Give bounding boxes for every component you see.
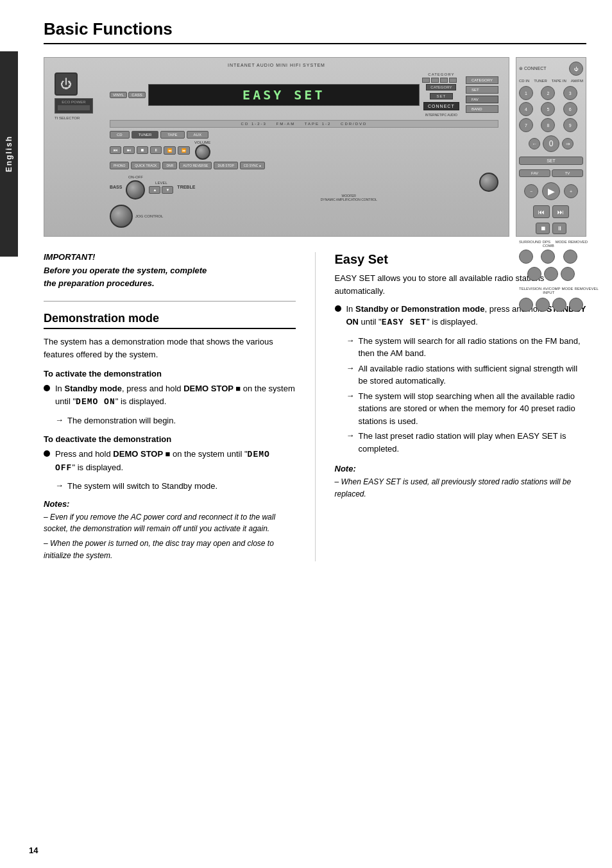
remote-s1[interactable] xyxy=(519,250,533,264)
remote-s3[interactable] xyxy=(563,250,577,264)
on-off-knob[interactable] xyxy=(126,180,145,200)
remote-stop-btn[interactable]: ⏹ xyxy=(536,223,550,234)
easy-set-arrow-4: → The last preset radio station will pla… xyxy=(346,430,587,455)
remote-b1[interactable] xyxy=(527,267,541,281)
fav-btn[interactable]: FAV xyxy=(466,96,498,103)
remote-btn-1[interactable]: 1 xyxy=(519,86,533,100)
dnr-btn[interactable]: DNR xyxy=(162,162,177,169)
category-btn-right[interactable]: CATEGORY xyxy=(466,76,498,84)
demo-on-display: DEMO ON xyxy=(76,397,115,407)
remote-set-btn[interactable]: SET xyxy=(519,157,583,165)
remote-power-btn[interactable]: ⏻ xyxy=(569,62,583,76)
remote-bottom-row3 xyxy=(519,298,583,312)
category-select[interactable]: CATEGORY xyxy=(426,84,456,90)
connect-button[interactable]: CONNECT xyxy=(423,102,459,110)
woofer-knob[interactable] xyxy=(479,173,498,192)
remote-pause-btn[interactable]: ⏸ xyxy=(552,223,566,234)
category-bar-2 xyxy=(431,78,439,83)
remote-fav-btn[interactable]: FAV xyxy=(519,169,550,177)
auto-rev-btn[interactable]: AUTO REVERSE xyxy=(179,162,212,169)
woofer-section: WOOFER DYNAMIC AMPLIFICATION CONTROL xyxy=(199,173,498,201)
activate-bullet-text: In Standby mode, press and hold DEMO STO… xyxy=(55,382,296,409)
dub-stop-btn[interactable]: DUB STOP xyxy=(214,162,237,169)
deactivate-bullet-dot xyxy=(44,450,50,457)
tape-btn[interactable]: TAPE xyxy=(160,131,184,139)
arrow-icon-4: → xyxy=(346,363,355,373)
remote-btn-2[interactable]: 2 xyxy=(541,86,555,100)
remote-s2[interactable] xyxy=(541,250,555,264)
volume-knob[interactable] xyxy=(195,144,210,160)
remote-c1[interactable] xyxy=(519,298,533,312)
remote-b2[interactable] xyxy=(544,267,558,281)
remote-vol-row: − ▶ + xyxy=(519,182,583,200)
remote-btn-5[interactable]: 5 xyxy=(541,102,555,116)
remote-c3[interactable] xyxy=(552,298,566,312)
mode-btn-1[interactable]: VINYL xyxy=(110,92,127,98)
remote-btn-7[interactable]: 7 xyxy=(519,118,533,132)
source-row: CD 1-2-3 FM-AM TAPE 1-2 CDR/DVD xyxy=(110,120,498,128)
set-btn-right[interactable]: SET xyxy=(466,86,498,94)
remote-next-btn[interactable]: ⏭ xyxy=(552,205,569,218)
deactivate-subtitle: To deactivate the demonstration xyxy=(44,434,296,444)
remote-labels-row: CD INTUNERTAPE INAM/FM xyxy=(519,79,583,83)
standby-button[interactable]: ⏻ xyxy=(55,72,78,96)
activate-bullet-dot xyxy=(44,385,50,391)
demo-stop-label: DEMO STOP ■ xyxy=(183,384,241,393)
remote-bottom-labels: SURROUNDDPS COMBMODEREMOVED xyxy=(519,240,583,248)
demonstration-notes: Notes: – Even if you remove the AC power… xyxy=(44,499,296,561)
level-up[interactable]: ▲ xyxy=(149,186,160,194)
arrow-icon-2: → xyxy=(55,481,64,490)
demo-stop-bold: DEMO STOP ■ xyxy=(113,449,170,459)
level-down[interactable]: ▼ xyxy=(162,186,173,194)
pause-btn[interactable]: ⏸ xyxy=(150,146,162,154)
remote-prev-btn[interactable]: ⏮ xyxy=(533,205,550,218)
next-btn[interactable]: ⏭ xyxy=(123,146,135,154)
prev-btn[interactable]: ⏮ xyxy=(110,146,121,154)
remote-set-row: SET xyxy=(519,157,583,165)
easy-set-bullet-dot xyxy=(335,305,341,312)
main-content: Basic Functions INTEANET AUDIO MINI HIFI… xyxy=(18,0,612,587)
remote-tv-btn[interactable]: TV xyxy=(552,169,583,177)
activate-arrow-text: The demonstration will begin. xyxy=(67,414,176,427)
phono-btn[interactable]: PHONO xyxy=(110,162,129,169)
left-column: IMPORTANT! Before you operate the system… xyxy=(44,252,296,561)
mode-btn-2[interactable]: CASS xyxy=(128,92,145,98)
remote-c2[interactable] xyxy=(536,298,550,312)
remote-c4[interactable] xyxy=(569,298,583,312)
tuner-btn[interactable]: TUNER xyxy=(132,131,159,139)
band-btn[interactable]: BAND xyxy=(466,105,498,113)
aux-btn[interactable]: AUX xyxy=(187,131,208,139)
cd-sync-btn[interactable]: CD SYNC ● xyxy=(240,162,265,169)
remote-back-btn[interactable]: ← xyxy=(529,138,540,149)
cd-btn[interactable]: CD xyxy=(110,131,130,139)
arrow-icon-1: → xyxy=(55,415,64,425)
on-off-section: ON-OFF xyxy=(126,175,145,200)
note1-text: – Even if you remove the AC power cord a… xyxy=(44,511,296,535)
jog-control[interactable] xyxy=(110,205,133,228)
remote-b3[interactable] xyxy=(561,267,575,281)
fwd-btn[interactable]: ⏩ xyxy=(178,146,190,155)
quick-btn[interactable]: QUICK TRACK xyxy=(131,162,160,169)
remote-btn-8[interactable]: 8 xyxy=(541,118,555,132)
important-text: Before you operate the system, complete … xyxy=(44,264,296,289)
category-bar-4 xyxy=(449,78,457,83)
device-main-image: INTEANET AUDIO MINI HIFI SYSTEM ⏻ ECO PO… xyxy=(44,57,509,237)
remote-btn-9[interactable]: 9 xyxy=(563,118,577,132)
remote-btn-3[interactable]: 3 xyxy=(563,86,577,100)
remote-control-image: ⊛ CONNECT ⏻ CD INTUNERTAPE INAM/FM 1 2 3… xyxy=(516,57,586,237)
remote-fwd-btn[interactable]: ⇒ xyxy=(562,138,574,149)
remote-play-btn[interactable]: ▶ xyxy=(542,182,560,200)
stop-btn[interactable]: ⏹ xyxy=(137,146,148,154)
remote-vol-up[interactable]: + xyxy=(564,184,578,198)
remote-vol-down[interactable]: − xyxy=(524,184,538,198)
deactivate-bullet-text: Press and hold DEMO STOP ■ on the system… xyxy=(55,448,296,475)
remote-zero-btn[interactable]: 0 xyxy=(543,135,559,152)
remote-special-row: ← 0 ⇒ xyxy=(519,135,583,152)
remote-btn-4[interactable]: 4 xyxy=(519,102,533,116)
eco-power-button: ECO POWER xyxy=(55,98,93,114)
device-panel: INTEANET AUDIO MINI HIFI SYSTEM ⏻ ECO PO… xyxy=(44,58,509,236)
demonstration-intro: The system has a demonstration mode that… xyxy=(44,336,296,361)
rew-btn[interactable]: ⏪ xyxy=(164,146,176,155)
remote-btn-6[interactable]: 6 xyxy=(563,102,577,116)
set-button[interactable]: SET xyxy=(430,93,454,99)
